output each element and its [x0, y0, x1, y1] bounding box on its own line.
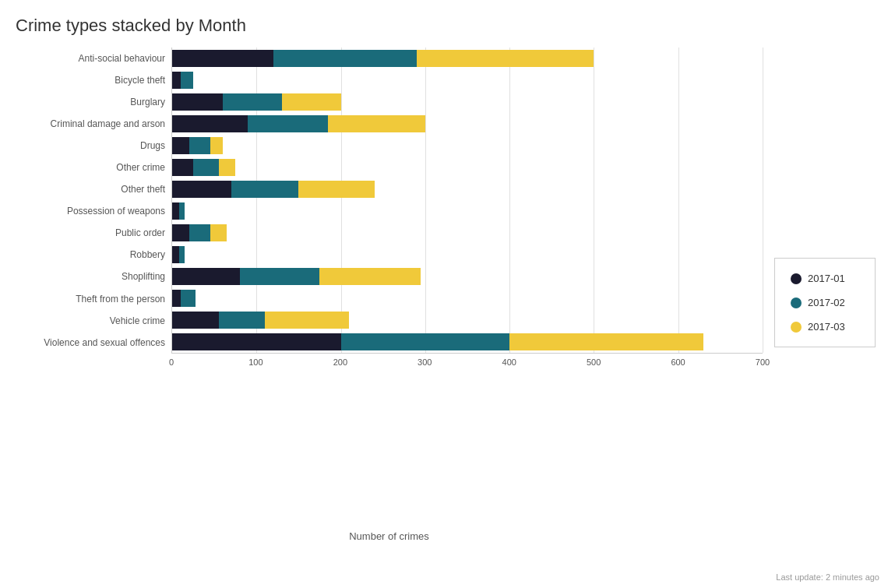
bar-segment	[172, 159, 193, 176]
bar-segment	[172, 93, 223, 111]
legend-label: 2017-03	[808, 321, 845, 333]
last-update: Last update: 2 minutes ago	[776, 572, 879, 582]
bar-row	[172, 200, 763, 222]
bar-segment	[172, 202, 179, 220]
bar-segment	[210, 137, 223, 154]
bar-segment	[172, 268, 240, 285]
legend-label: 2017-01	[808, 273, 845, 284]
chart-area: Anti-social behaviourBicycle theftBurgla…	[16, 48, 763, 542]
bar-segment	[417, 50, 594, 67]
legend-dot	[791, 322, 802, 333]
bar-segment	[181, 72, 193, 89]
bar-row	[172, 69, 763, 91]
bar-segment	[172, 181, 231, 198]
bar-row	[172, 287, 763, 309]
y-label: Vehicle crime	[110, 315, 165, 326]
legend-item: 2017-01	[791, 273, 845, 284]
bar-segment	[240, 268, 320, 285]
legend: 2017-012017-022017-03	[774, 258, 876, 347]
bar-segment	[172, 137, 189, 154]
bar-segment	[172, 290, 181, 307]
bar-row	[172, 135, 763, 157]
bar-segment	[189, 224, 210, 241]
bar-row	[172, 244, 763, 266]
bar-segment	[172, 224, 189, 241]
legend-item: 2017-03	[791, 321, 845, 333]
bar-row	[172, 113, 763, 135]
x-axis-label: 200	[333, 357, 347, 367]
y-label: Robbery	[130, 249, 165, 260]
chart-title: Crime types stacked by Month	[16, 16, 879, 36]
bar-row	[172, 48, 763, 69]
x-axis-label: 500	[587, 357, 601, 367]
bar-row	[172, 222, 763, 244]
y-label: Anti-social behaviour	[79, 53, 165, 64]
bar-segment	[223, 93, 282, 111]
bar-segment	[231, 181, 299, 198]
bar-segment	[172, 72, 181, 89]
bars-section	[171, 48, 763, 354]
x-axis-label: 300	[418, 357, 432, 367]
bar-segment	[172, 312, 219, 329]
legend-dot	[791, 298, 802, 308]
y-label: Public order	[115, 227, 165, 238]
bar-row	[172, 157, 763, 178]
bar-segment	[328, 115, 425, 132]
chart-body: Anti-social behaviourBicycle theftBurgla…	[16, 48, 879, 542]
bar-segment	[189, 137, 210, 154]
x-axis-label: 400	[502, 357, 516, 367]
x-axis-label: 700	[756, 357, 770, 367]
x-axis-label: 0	[169, 357, 174, 367]
y-labels: Anti-social behaviourBicycle theftBurgla…	[16, 48, 171, 354]
bar-segment	[172, 246, 179, 263]
bar-segment	[298, 181, 374, 198]
bar-row	[172, 91, 763, 113]
bar-segment	[509, 333, 703, 350]
y-label: Shoplifting	[122, 271, 165, 282]
bar-segment	[181, 290, 196, 307]
bar-segment	[210, 224, 227, 241]
y-label: Bicycle theft	[115, 75, 165, 86]
bar-segment	[319, 268, 421, 285]
chart-legend-area: 2017-012017-022017-03	[763, 48, 879, 542]
bar-segment	[265, 312, 349, 329]
bar-segment	[248, 115, 328, 132]
bar-segment	[172, 50, 273, 67]
x-axis-title: Number of crimes	[16, 530, 763, 542]
y-label: Criminal damage and arson	[51, 118, 165, 129]
bars-and-labels: Anti-social behaviourBicycle theftBurgla…	[16, 48, 763, 354]
legend-label: 2017-02	[808, 297, 845, 308]
x-axis-labels: 0100200300400500600700	[171, 354, 763, 527]
bar-segment	[341, 333, 510, 350]
y-label: Other crime	[116, 162, 165, 173]
bar-segment	[172, 333, 341, 350]
bar-segment	[179, 246, 185, 263]
bar-segment	[273, 50, 417, 67]
bar-row	[172, 309, 763, 331]
y-label: Possession of weapons	[67, 206, 165, 217]
bar-segment	[282, 93, 341, 111]
y-label: Other theft	[121, 184, 165, 195]
x-axis-label: 600	[671, 357, 685, 367]
legend-item: 2017-02	[791, 297, 845, 308]
y-label: Drugs	[140, 140, 165, 151]
bar-row	[172, 331, 763, 353]
chart-container: Crime types stacked by Month Anti-social…	[0, 0, 895, 588]
bar-row	[172, 178, 763, 200]
bar-segment	[193, 159, 218, 176]
legend-dot	[791, 273, 802, 284]
bar-segment	[219, 159, 236, 176]
y-label: Violence and sexual offences	[44, 337, 165, 348]
bar-segment	[219, 312, 266, 329]
bar-row	[172, 266, 763, 287]
bar-segment	[179, 202, 185, 220]
x-axis-label: 100	[248, 357, 263, 367]
y-label: Theft from the person	[76, 294, 165, 305]
y-label: Burglary	[130, 97, 165, 107]
bar-segment	[172, 115, 248, 132]
